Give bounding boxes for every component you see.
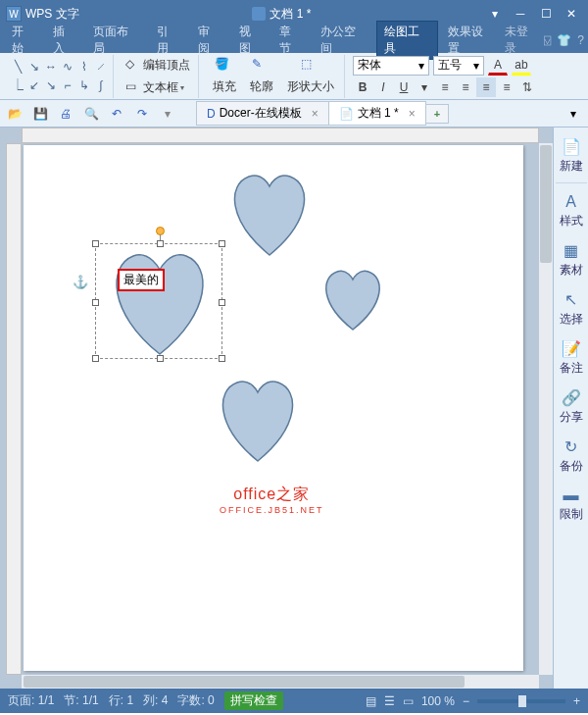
zoom-slider[interactable] <box>477 699 565 703</box>
bold-button[interactable]: B <box>353 77 372 97</box>
side-backup[interactable]: ↻备份 <box>556 434 587 479</box>
side-limit-label: 限制 <box>560 506 583 523</box>
doc-icon: 📄 <box>339 107 354 121</box>
zoom-thumb[interactable] <box>518 695 526 707</box>
selection-box[interactable] <box>95 243 222 359</box>
arrow-icon[interactable]: ↘ <box>26 58 42 76</box>
curve2-icon[interactable]: ⌇ <box>76 58 92 76</box>
font-name-select[interactable]: 宋体▾ <box>353 56 429 76</box>
shape-text-input[interactable]: 最美的 <box>118 269 165 291</box>
side-share-label: 分享 <box>560 409 583 426</box>
save-icon[interactable]: 💾 <box>31 105 49 123</box>
tab-doc1[interactable]: 📄文档 1 *× <box>328 101 426 126</box>
highlight-button[interactable]: ab <box>512 56 531 76</box>
side-share[interactable]: 🔗分享 <box>556 384 587 430</box>
status-spell[interactable]: 拼写检查 <box>224 691 283 710</box>
scribble-icon[interactable]: ∫ <box>93 77 109 94</box>
textbox-button[interactable]: ▭文本框▾ <box>122 77 194 98</box>
tab-close-icon[interactable]: × <box>312 107 318 121</box>
align-right-button[interactable]: ≡ <box>476 77 496 97</box>
print-icon[interactable]: 🖨 <box>57 105 74 123</box>
shape-lines-group: ╲ ↘ ↔ ∿ ⌇ ⟋ ⎿ ↙ ↘ ⌐ ↳ ∫ <box>6 55 114 98</box>
status-right: ▤ ☰ ▭ 100 % − + <box>366 694 580 708</box>
fill-button[interactable]: 🪣填充 <box>207 55 242 97</box>
ruler-vertical[interactable] <box>6 143 22 675</box>
document-page[interactable]: ⚓ 最美的 office之家 OFFICE.JB51.NET <box>24 145 523 671</box>
grid-icon: ▦ <box>564 241 578 260</box>
skin-icon[interactable]: ⍌ <box>544 33 551 47</box>
scrollbar-horizontal[interactable] <box>22 675 539 689</box>
side-note[interactable]: 📝备注 <box>556 335 587 381</box>
close-icon[interactable]: ✕ <box>561 5 582 23</box>
view-outline-icon[interactable]: ☰ <box>384 694 395 708</box>
doc-tabs: DDocer-在线模板× 📄文档 1 *× + <box>196 101 448 126</box>
tab-close-icon[interactable]: × <box>409 107 416 121</box>
underline-button[interactable]: U <box>394 77 414 97</box>
edit-vertex-button[interactable]: ◇编辑顶点 <box>122 55 194 76</box>
scrollbar-vertical[interactable] <box>539 143 553 675</box>
qat-more-icon[interactable]: ▾ <box>159 105 176 123</box>
shape-size-button[interactable]: ⬚形状大小 <box>281 55 340 97</box>
tab-add-button[interactable]: + <box>425 104 449 124</box>
view-web-icon[interactable]: ▭ <box>403 694 414 708</box>
undo-icon[interactable]: ↶ <box>108 105 125 123</box>
style-icon: A <box>565 193 576 211</box>
heart-shape-right[interactable] <box>314 265 392 335</box>
heart-shape-top[interactable] <box>218 167 321 261</box>
preview-icon[interactable]: 🔍 <box>82 105 100 123</box>
ruler-horizontal[interactable] <box>22 128 539 143</box>
status-page[interactable]: 页面: 1/1 <box>8 692 54 709</box>
align-justify-button[interactable]: ≡ <box>497 77 516 97</box>
status-words[interactable]: 字数: 0 <box>177 692 214 709</box>
zoom-out-button[interactable]: − <box>463 694 469 708</box>
double-arrow-icon[interactable]: ↔ <box>43 58 59 76</box>
side-select[interactable]: ↖选择 <box>556 286 587 332</box>
shirt-icon[interactable]: 👕 <box>557 33 571 47</box>
heart-shape-bottom[interactable] <box>206 373 310 467</box>
tab-doc1-label: 文档 1 * <box>358 105 399 122</box>
edit-vertex-label: 编辑顶点 <box>143 57 190 74</box>
side-limit[interactable]: ▬限制 <box>556 483 587 527</box>
help-icon[interactable]: ? <box>577 33 584 47</box>
tab-docer[interactable]: DDocer-在线模板× <box>196 101 329 126</box>
connector1-icon[interactable]: ⎿ <box>10 77 25 94</box>
align-center-button[interactable]: ≡ <box>456 77 475 97</box>
elbow-icon[interactable]: ⌐ <box>60 77 75 94</box>
freeform-icon[interactable]: ⟋ <box>93 58 109 76</box>
status-bar: 页面: 1/1 节: 1/1 行: 1 列: 4 字数: 0 拼写检查 ▤ ☰ … <box>0 689 588 713</box>
scroll-thumb-v[interactable] <box>540 145 552 263</box>
connector3-icon[interactable]: ↘ <box>43 77 59 94</box>
more-font-button[interactable]: ▾ <box>415 77 434 97</box>
zoom-in-button[interactable]: + <box>573 694 580 708</box>
outline-label: 轮廓 <box>250 78 273 95</box>
zoom-value[interactable]: 100 % <box>421 694 455 708</box>
dropdown-icon[interactable]: ▾ <box>564 105 582 123</box>
side-new[interactable]: 📄新建 <box>556 133 587 183</box>
minimize-icon[interactable]: ─ <box>510 5 531 23</box>
link-icon: 🔗 <box>562 388 581 407</box>
chevron-down-icon: ▾ <box>180 83 184 92</box>
align-left-button[interactable]: ≡ <box>435 77 455 97</box>
status-col: 列: 4 <box>143 692 168 709</box>
font-color-button[interactable]: A <box>488 56 508 76</box>
font-size-select[interactable]: 五号▾ <box>433 56 484 76</box>
side-material[interactable]: ▦素材 <box>556 237 587 282</box>
curve-icon[interactable]: ∿ <box>60 58 75 76</box>
scroll-thumb-h[interactable] <box>24 676 465 688</box>
open-icon[interactable]: 📂 <box>6 105 24 123</box>
linespacing-button[interactable]: ⇅ <box>517 77 537 97</box>
side-style[interactable]: A样式 <box>556 189 587 233</box>
italic-button[interactable]: I <box>373 77 393 97</box>
side-note-label: 备注 <box>560 360 583 377</box>
redo-icon[interactable]: ↷ <box>133 105 151 123</box>
maximize-icon[interactable]: ☐ <box>535 5 557 23</box>
side-panel: 📄新建 A样式 ▦素材 ↖选择 📝备注 🔗分享 ↻备份 ▬限制 <box>553 128 588 689</box>
textbox-label: 文本框 <box>143 79 178 96</box>
outline-button[interactable]: ✎轮廓 <box>244 55 279 97</box>
line-icon[interactable]: ╲ <box>10 58 25 76</box>
watermark-title: office之家 <box>220 485 324 505</box>
connector2-icon[interactable]: ↙ <box>26 77 42 94</box>
login-status[interactable]: 未登录 <box>505 24 539 57</box>
view-print-icon[interactable]: ▤ <box>366 694 376 708</box>
elbow-arrow-icon[interactable]: ↳ <box>76 77 92 94</box>
